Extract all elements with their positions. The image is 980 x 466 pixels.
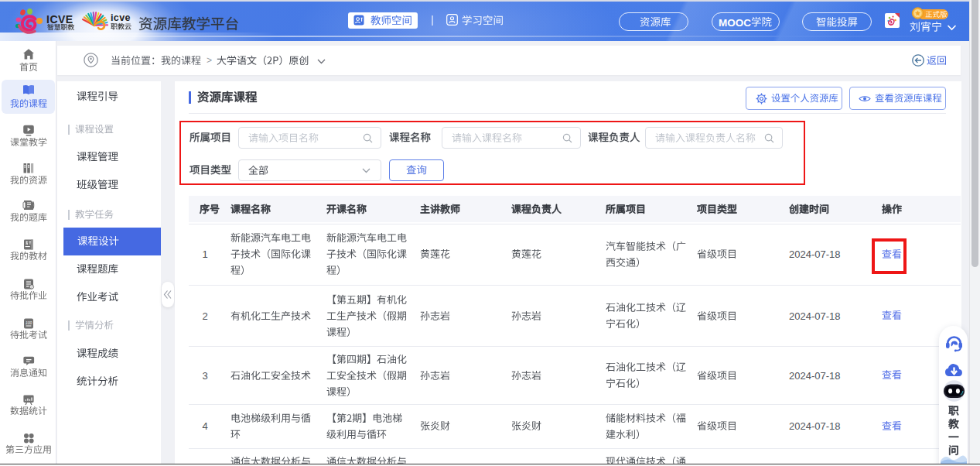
svg-text:100: 100 xyxy=(26,320,32,325)
